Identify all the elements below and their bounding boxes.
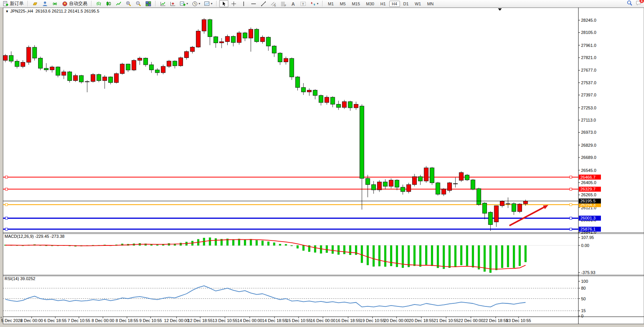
hline-icon xyxy=(251,1,257,7)
autotrade-icon xyxy=(62,1,68,7)
text-button[interactable]: A xyxy=(289,0,298,7)
candle xyxy=(249,29,253,38)
toolbar-separator xyxy=(155,1,156,6)
navigator-button[interactable] xyxy=(50,0,59,7)
search-button[interactable] xyxy=(626,0,633,7)
time-axis-label: 9 Dec 10:55 xyxy=(139,318,162,323)
horizontal-line-button[interactable] xyxy=(249,0,258,7)
market-watch-button[interactable] xyxy=(31,0,40,7)
candle xyxy=(132,60,136,70)
equidistant-channel-button[interactable]: E xyxy=(269,0,278,7)
timeframe-d1[interactable]: D1 xyxy=(401,1,411,7)
timeframe-m1[interactable]: M1 xyxy=(325,1,336,7)
pivot-line-handle[interactable] xyxy=(5,204,8,206)
chart-template-button[interactable]: ▾ xyxy=(202,0,214,7)
candle xyxy=(103,77,107,81)
resistance-line-2-handle[interactable] xyxy=(5,188,8,190)
macd-histogram-bar xyxy=(267,242,269,245)
timeframe-w1[interactable]: W1 xyxy=(412,1,424,7)
zoom-out-button[interactable] xyxy=(134,0,143,7)
candle xyxy=(220,42,224,43)
support-line-1-handle[interactable] xyxy=(570,217,572,219)
candle xyxy=(383,182,387,186)
pivot-line-handle[interactable] xyxy=(570,204,572,206)
macd-histogram-bar xyxy=(431,245,433,266)
new-order-button[interactable]: 新订单 xyxy=(1,0,25,7)
candle xyxy=(336,104,340,107)
trendline-button[interactable] xyxy=(259,0,268,7)
svg-text:F: F xyxy=(285,4,286,7)
macd-histogram-bar xyxy=(361,245,363,263)
chart-dropdown-icon[interactable]: ▼ xyxy=(5,10,9,13)
macd-histogram-bar xyxy=(244,240,246,245)
price-axis-label: 27961.0 xyxy=(581,43,596,48)
macd-histogram-bar xyxy=(256,240,258,245)
candle xyxy=(202,19,206,31)
templates-icon xyxy=(180,1,186,7)
data-window-button[interactable] xyxy=(40,0,50,7)
templates-button[interactable]: ▾ xyxy=(178,0,190,7)
support-line-1-handle[interactable] xyxy=(5,217,8,219)
candle xyxy=(73,75,77,80)
time-axis-label: 8 Dec 18:55 xyxy=(116,318,138,323)
timeframe-m5[interactable]: M5 xyxy=(337,1,348,7)
resistance-line-2-handle[interactable] xyxy=(570,188,572,190)
candle xyxy=(354,104,358,108)
bar-chart-button[interactable] xyxy=(94,0,103,7)
rsi-indicator-label: RSI(14) 39.0252 xyxy=(5,276,35,281)
candles-chart-icon xyxy=(106,1,112,7)
macd-histogram-bar xyxy=(349,245,351,255)
time-axis-label: 6 Dec 18:55 xyxy=(44,318,66,323)
candle xyxy=(237,33,241,42)
timeframe-h1[interactable]: H1 xyxy=(377,1,388,7)
autotrading-button-label: 自动交易 xyxy=(69,0,87,7)
fibonacci-button[interactable]: F xyxy=(279,0,288,7)
resistance-line-1-handle[interactable] xyxy=(570,176,572,178)
indicators-button[interactable] xyxy=(158,0,167,7)
notifications-button[interactable]: 1 xyxy=(636,0,642,7)
toolbar-group: EFAT▾ xyxy=(218,0,321,7)
macd-histogram-bar xyxy=(466,245,468,266)
vertical-line-button[interactable] xyxy=(239,0,248,7)
cursor-icon xyxy=(221,1,227,7)
new-order-icon xyxy=(3,1,9,7)
periods-button[interactable] xyxy=(168,0,177,7)
candle xyxy=(260,37,265,42)
candle xyxy=(50,67,54,70)
crosshair-button[interactable] xyxy=(229,0,238,7)
fibo-icon: F xyxy=(280,1,286,7)
line-chart-button[interactable] xyxy=(114,0,123,7)
timeframes-menu-button[interactable]: ▾ xyxy=(190,0,202,7)
trendline-icon xyxy=(260,1,267,7)
toolbar-separator xyxy=(322,1,323,6)
arrows-button[interactable]: ▾ xyxy=(308,0,320,7)
timeframe-m15[interactable]: M15 xyxy=(349,1,363,7)
support-line-2-handle[interactable] xyxy=(5,228,8,230)
candlestick-chart-button[interactable] xyxy=(104,0,113,7)
zoom-in-button[interactable] xyxy=(124,0,133,7)
resistance-line-1-handle[interactable] xyxy=(5,176,8,178)
time-axis-label: 14 Dec 18:55 xyxy=(262,318,287,323)
tile-windows-button[interactable] xyxy=(144,0,153,7)
chevron-down-icon: ▾ xyxy=(199,2,200,5)
macd-histogram-bar xyxy=(513,245,515,268)
candle xyxy=(138,58,142,61)
timeframe-m30[interactable]: M30 xyxy=(363,1,377,7)
time-axis-label: 16 Dec 00:00 xyxy=(310,318,335,323)
chevron-down-icon: ▾ xyxy=(317,2,318,5)
resistance-line-1-price-tag: 26466.7 xyxy=(579,175,601,180)
candle xyxy=(389,180,393,186)
candle xyxy=(494,206,498,222)
cursor-button[interactable] xyxy=(219,0,228,7)
timeframe-mn[interactable]: MN xyxy=(424,1,436,7)
price-axis-label: 26689.0 xyxy=(581,155,596,160)
autotrading-button[interactable]: 自动交易 xyxy=(60,0,89,7)
candle xyxy=(208,19,212,37)
timeframe-h4[interactable]: H4 xyxy=(389,1,400,7)
text-label-button[interactable]: T xyxy=(299,0,308,7)
candle xyxy=(266,37,270,46)
candle xyxy=(483,203,487,213)
price-axis-label: 28245.0 xyxy=(581,18,596,22)
support-line-2-handle[interactable] xyxy=(570,228,572,230)
price-axis-label: 28105.0 xyxy=(581,30,596,35)
